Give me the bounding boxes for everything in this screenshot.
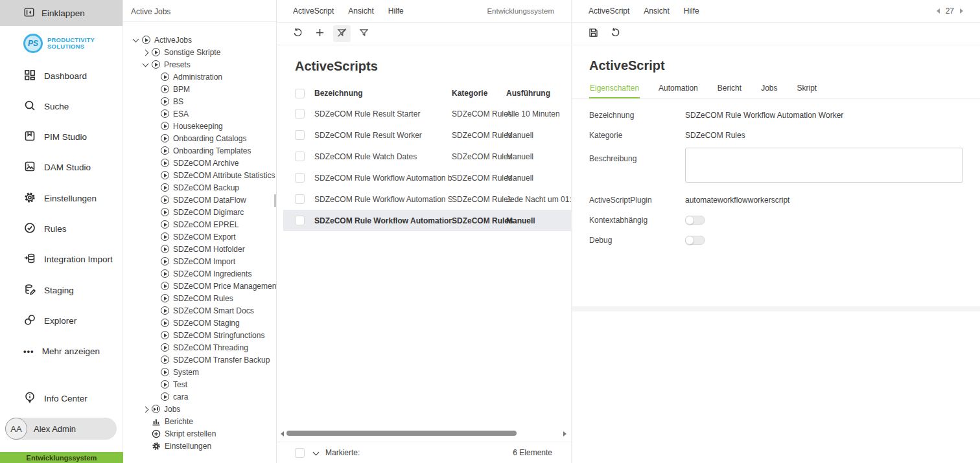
kontextabhaengig-toggle[interactable] xyxy=(685,216,705,225)
table-row[interactable]: SDZeCOM Rule Workflow Automation Starter… xyxy=(283,188,571,210)
tree-item[interactable]: Test xyxy=(123,378,276,390)
row-checkbox[interactable] xyxy=(295,216,305,225)
column-header-ausfuehrung[interactable]: Ausführung xyxy=(506,89,571,98)
tree-item-presets[interactable]: Presets xyxy=(123,58,276,71)
sidebar-item-info-center[interactable]: Info Center xyxy=(23,390,88,406)
collapse-sidebar-button[interactable]: Einklappen xyxy=(0,0,122,26)
filter-button[interactable] xyxy=(355,25,373,42)
chevron-right-icon[interactable] xyxy=(141,48,152,57)
chevron-down-icon[interactable] xyxy=(132,36,142,45)
table-row[interactable]: SDZeCOM Rule Watch Dates SDZeCOM Rules M… xyxy=(283,146,571,167)
tree-item[interactable]: SDZeCOM Digimarc xyxy=(123,206,276,218)
tab-eigenschaften[interactable]: Eigenschaften xyxy=(589,77,640,98)
filter-off-button[interactable] xyxy=(333,25,351,42)
menu-ansicht[interactable]: Ansicht xyxy=(348,6,373,16)
row-checkbox[interactable] xyxy=(295,130,305,140)
column-header-kategorie[interactable]: Kategorie xyxy=(452,89,506,98)
tab-automation[interactable]: Automation xyxy=(658,77,699,98)
tab-jobs[interactable]: Jobs xyxy=(760,77,778,98)
sidebar-item-integration-import[interactable]: Integration Import xyxy=(23,251,113,267)
refresh-button[interactable] xyxy=(607,25,624,42)
tree-item[interactable]: SDZeCOM DataFlow xyxy=(123,194,276,206)
scrollbar-thumb[interactable] xyxy=(286,431,517,436)
tree-item[interactable]: SDZeCOM Backup xyxy=(123,181,276,194)
sidebar-item-explorer[interactable]: Explorer xyxy=(23,313,76,328)
tree-item[interactable]: SDZeCOM Threading xyxy=(123,341,276,354)
sidebar-item-dashboard[interactable]: Dashboard xyxy=(23,68,87,84)
row-checkbox[interactable] xyxy=(295,173,305,183)
sidebar-item-dam-studio[interactable]: DAM Studio xyxy=(23,159,91,175)
tree-item[interactable]: SDZeCOM Rules xyxy=(123,292,276,304)
chevron-down-icon[interactable] xyxy=(141,60,152,69)
menu-ansicht[interactable]: Ansicht xyxy=(644,6,669,16)
refresh-icon xyxy=(610,27,621,41)
menu-activescript[interactable]: ActiveScript xyxy=(589,6,629,16)
tree-item-sonstige-skripte[interactable]: Sonstige Skripte xyxy=(123,46,276,58)
tree-item[interactable]: SDZeCOM Attribute Statistics xyxy=(123,169,276,181)
tree-item[interactable]: Onboarding Catalogs xyxy=(123,132,276,144)
save-button[interactable] xyxy=(585,25,602,42)
tree-item[interactable]: ESA xyxy=(123,107,276,120)
beschreibung-textarea[interactable] xyxy=(685,148,963,183)
refresh-button[interactable] xyxy=(289,25,307,42)
chevron-right-icon[interactable] xyxy=(141,405,152,414)
bar-chart-icon xyxy=(152,417,161,426)
column-header-bezeichnung[interactable]: Bezeichnung xyxy=(314,89,452,98)
tree-item[interactable]: SDZeCOM Price Management xyxy=(123,280,276,292)
tree-item[interactable]: SDZeCOM Archive xyxy=(123,157,276,169)
sidebar-item-einstellungen[interactable]: Einstellungen xyxy=(23,190,97,206)
tree-item[interactable]: SDZeCOM Staging xyxy=(123,317,276,329)
table-row[interactable]: SDZeCOM Rule Result Starter SDZeCOM Rule… xyxy=(283,103,571,124)
environment-label: Entwicklungssystem xyxy=(487,7,554,15)
tree-item[interactable]: SDZeCOM Import xyxy=(123,255,276,267)
row-checkbox[interactable] xyxy=(295,109,305,119)
debug-toggle[interactable] xyxy=(685,236,705,245)
row-checkbox[interactable] xyxy=(295,194,305,204)
tree-item-skript-erstellen[interactable]: Skript erstellen xyxy=(123,427,276,440)
sidebar-item-mehr-anzeigen[interactable]: Mehr anzeigen xyxy=(23,343,100,359)
tree-item[interactable]: SDZeCOM Stringfunctions xyxy=(123,329,276,341)
sidebar-item-pim-studio[interactable]: PIM Studio xyxy=(23,129,87,144)
tree-item[interactable]: SDZeCOM EPREL xyxy=(123,218,276,231)
next-record-icon[interactable] xyxy=(960,8,963,14)
tree-item[interactable]: Administration xyxy=(123,71,276,83)
chevron-down-icon[interactable] xyxy=(314,450,320,456)
add-button[interactable] xyxy=(311,25,329,42)
tree-item-berichte[interactable]: Berichte xyxy=(123,415,276,427)
tab-bericht[interactable]: Bericht xyxy=(717,77,742,98)
horizontal-scrollbar[interactable] xyxy=(277,430,568,438)
select-all-checkbox[interactable] xyxy=(295,89,305,98)
tree-item[interactable]: SDZeCOM Export xyxy=(123,231,276,243)
sidebar-item-suche[interactable]: Suche xyxy=(23,98,69,114)
table-row[interactable]: SDZeCOM Rule Workflow Automation by d...… xyxy=(283,167,571,188)
tree-item[interactable]: Housekeeping xyxy=(123,120,276,132)
tree-item[interactable]: SDZeCOM Hotfolder xyxy=(123,243,276,255)
tree-item-einstellungen[interactable]: Einstellungen xyxy=(123,440,276,452)
tab-skript[interactable]: Skript xyxy=(796,77,817,98)
tree-item[interactable]: cara xyxy=(123,390,276,403)
row-checkbox[interactable] xyxy=(295,152,305,161)
menu-hilfe[interactable]: Hilfe xyxy=(388,6,404,16)
table-row[interactable]: SDZeCOM Rule Result Worker SDZeCOM Rules… xyxy=(283,124,571,146)
tree-item-activejobs[interactable]: ActiveJobs xyxy=(123,34,276,46)
tree-item[interactable]: System xyxy=(123,366,276,378)
tree-item[interactable]: SDZeCOM Transfer Backup xyxy=(123,354,276,366)
user-menu[interactable]: AA Alex Admin xyxy=(5,418,117,440)
tree-item[interactable]: SDZeCOM Smart Docs xyxy=(123,304,276,317)
sidebar-item-staging[interactable]: Staging xyxy=(23,282,74,298)
tree-scrollbar-thumb[interactable] xyxy=(274,194,276,207)
tree-item[interactable]: Onboarding Templates xyxy=(123,144,276,157)
tree-item[interactable]: BPM xyxy=(123,83,276,95)
avatar: AA xyxy=(5,418,27,440)
tree-item[interactable]: BS xyxy=(123,95,276,107)
scroll-right-icon[interactable] xyxy=(563,431,566,436)
sidebar-item-rules[interactable]: Rules xyxy=(23,221,67,236)
previous-record-icon[interactable] xyxy=(937,8,940,14)
scroll-left-icon[interactable] xyxy=(281,431,284,436)
menu-hilfe[interactable]: Hilfe xyxy=(684,6,699,16)
marked-checkbox[interactable] xyxy=(295,448,305,458)
table-row-selected[interactable]: SDZeCOM Rule Workflow Automation Worker … xyxy=(283,210,571,231)
tree-item[interactable]: SDZeCOM Ingredients xyxy=(123,267,276,280)
tree-item-jobs[interactable]: Jobs xyxy=(123,403,276,415)
menu-activescript[interactable]: ActiveScript xyxy=(293,6,334,16)
